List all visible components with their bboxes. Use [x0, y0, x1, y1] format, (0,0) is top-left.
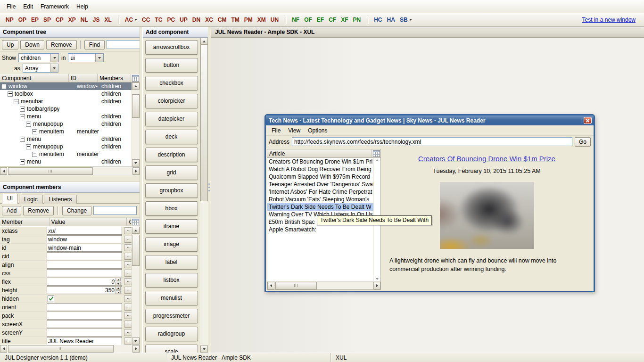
menu-help[interactable]: Help: [73, 1, 92, 12]
grid-icon[interactable]: [131, 74, 140, 82]
go-button[interactable]: Go: [575, 137, 591, 147]
article-item[interactable]: Qualcomm Slapped With $975m Record: [267, 173, 373, 181]
collapse-icon[interactable]: [32, 152, 37, 157]
toolbar-button-dn[interactable]: DN: [190, 15, 202, 25]
code-button[interactable]: ...: [124, 227, 132, 234]
article-item[interactable]: Apple Smartwatch:: [267, 226, 373, 233]
toolbar-button-cp[interactable]: CP: [54, 15, 66, 25]
toolbar-button-nf[interactable]: NF: [290, 15, 301, 25]
toolbar-button-tc[interactable]: TC: [153, 15, 164, 25]
scroll-left-icon[interactable]: [267, 282, 274, 289]
scroll-up-icon[interactable]: [132, 227, 140, 234]
scroll-down-icon[interactable]: [376, 278, 379, 280]
add-component-groupbox[interactable]: groupbox: [145, 183, 198, 198]
spin-up-icon[interactable]: [116, 278, 121, 281]
scrollbar-thumb[interactable]: [8, 345, 114, 353]
panel-splitter[interactable]: [0, 175, 140, 182]
article-item[interactable]: Robot Vacuum 'Eats' Sleeping Woman's: [267, 196, 373, 203]
tree-row[interactable]: menupopupchildren: [0, 120, 132, 128]
article-item[interactable]: Twitter's Dark Side Needs To Be Dealt W: [267, 203, 373, 211]
toolbar-button-ef[interactable]: EF: [315, 15, 326, 25]
tab-logic[interactable]: Logic: [19, 195, 43, 204]
member-value-input[interactable]: [47, 261, 122, 269]
article-item[interactable]: Teenager Arrested Over 'Dangerous' Swat: [267, 181, 373, 188]
member-value-input[interactable]: 350: [47, 286, 122, 294]
collapse-icon[interactable]: [20, 107, 25, 112]
spin-down-icon[interactable]: [116, 290, 121, 294]
scroll-left-icon[interactable]: [0, 345, 7, 353]
toolbar-button-np[interactable]: NP: [4, 15, 16, 25]
add-component-scale[interactable]: scale: [145, 345, 198, 353]
remove-button[interactable]: Remove: [23, 206, 54, 215]
toolbar-button-sb[interactable]: SB: [398, 15, 414, 25]
tree-row[interactable]: toolbargrippy: [0, 105, 132, 113]
collapse-icon[interactable]: [26, 144, 31, 149]
toolbar-button-nl[interactable]: NL: [79, 15, 90, 25]
test-in-new-window-link[interactable]: Test in a new window: [582, 16, 636, 23]
toolbar-button-ep[interactable]: EP: [29, 15, 41, 25]
toolbar-button-xf[interactable]: XF: [339, 15, 350, 25]
add-component-deck[interactable]: deck: [145, 130, 198, 144]
toolbar-button-js[interactable]: JS: [91, 15, 102, 25]
tree-row[interactable]: menuitemmenuiter: [0, 150, 132, 158]
add-component-button[interactable]: button: [145, 58, 198, 73]
toolbar-button-cm[interactable]: CM: [216, 15, 229, 25]
as-select[interactable]: Array: [23, 64, 58, 73]
member-value-input[interactable]: 0: [47, 278, 122, 286]
column-article[interactable]: Article: [267, 149, 372, 157]
code-button[interactable]: ...: [124, 270, 132, 277]
code-button[interactable]: ...: [124, 261, 132, 268]
tree-row[interactable]: menuchildren: [0, 158, 132, 165]
tree-row[interactable]: menuitemmenuiter: [0, 128, 132, 135]
collapse-icon[interactable]: [32, 129, 37, 134]
article-item[interactable]: 'Internet Asbos' For Hate Crime Perpetra…: [267, 188, 373, 196]
add-component-hbox[interactable]: hbox: [145, 201, 198, 216]
member-value-input[interactable]: [47, 303, 122, 311]
add-component-radiogroup[interactable]: radiogroup: [145, 327, 198, 341]
scrollbar-track[interactable]: [7, 167, 132, 175]
number-spinner[interactable]: [116, 278, 121, 286]
menu-framework[interactable]: Framework: [37, 1, 73, 12]
scrollbar-track[interactable]: [132, 234, 140, 337]
add-component-arrowscrollbox[interactable]: arrowscrollbox: [145, 40, 198, 55]
toolbar-button-of[interactable]: OF: [302, 15, 314, 25]
scrollbar-thumb[interactable]: [200, 45, 208, 201]
toolbar-button-sp[interactable]: SP: [41, 15, 53, 25]
scroll-up-icon[interactable]: [200, 38, 208, 45]
toolbar-button-pm[interactable]: PM: [242, 15, 255, 25]
code-button[interactable]: ...: [124, 329, 132, 336]
add-component-iframe[interactable]: iframe: [145, 219, 198, 234]
add-component-datepicker[interactable]: datepicker: [145, 112, 198, 126]
article-item[interactable]: Creators Of Bouncing Drone Win $1m Pri: [267, 158, 373, 165]
toolbar-button-hc[interactable]: HC: [372, 15, 384, 25]
toolbar-button-pn[interactable]: PN: [351, 15, 363, 25]
member-value-input[interactable]: [47, 312, 122, 320]
newsreader-menu-file[interactable]: File: [268, 126, 284, 135]
add-component-menulist[interactable]: menulist: [145, 291, 198, 305]
scroll-right-icon[interactable]: [373, 282, 380, 289]
address-input[interactable]: [292, 137, 572, 146]
member-value-input[interactable]: [47, 252, 122, 260]
member-value-input[interactable]: JUL News Reader: [47, 337, 122, 345]
collapse-icon[interactable]: [14, 99, 19, 104]
toolbar-button-cc[interactable]: CC: [140, 15, 152, 25]
scroll-down-icon[interactable]: [132, 337, 140, 345]
code-button[interactable]: ...: [124, 244, 132, 251]
chevron-down-icon[interactable]: [50, 64, 58, 72]
up-button[interactable]: Up: [2, 40, 18, 49]
scrollbar-thumb[interactable]: [275, 282, 317, 289]
member-value-input[interactable]: [47, 269, 122, 277]
panel-splitter-grip[interactable]: [208, 27, 211, 353]
menu-file[interactable]: File: [3, 1, 19, 12]
checkbox[interactable]: [48, 296, 54, 302]
member-value-input[interactable]: xul: [47, 227, 122, 235]
tree-row[interactable]: menuchildren: [0, 135, 132, 143]
column-members[interactable]: Members: [98, 74, 131, 82]
code-button[interactable]: ...: [124, 304, 132, 311]
member-value-input[interactable]: window: [47, 235, 122, 243]
column-value[interactable]: Value: [50, 218, 127, 226]
toolbar-button-ha[interactable]: HA: [385, 15, 397, 25]
toolbar-button-cf[interactable]: CF: [327, 15, 338, 25]
scrollbar-track[interactable]: [274, 282, 373, 289]
collapse-icon[interactable]: [20, 137, 25, 142]
